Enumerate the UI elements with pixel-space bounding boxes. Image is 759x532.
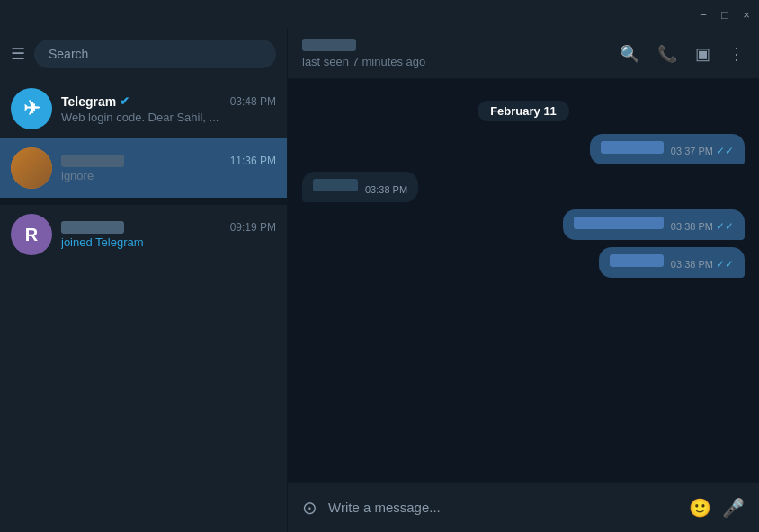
contact-name-blurred: [302, 39, 356, 51]
read-ticks-1: ✓✓: [716, 145, 734, 157]
close-button[interactable]: ×: [741, 9, 752, 20]
chat-preview-r: joined Telegram: [61, 235, 276, 249]
message-incoming-2: 03:38 PM: [302, 172, 745, 202]
date-divider: February 11: [302, 101, 745, 121]
message-input[interactable]: [328, 500, 678, 515]
message-outgoing-1: 03:37 PM ✓✓: [302, 134, 745, 164]
blurred-msg-1: [601, 141, 664, 154]
bubble-content-3: [574, 217, 664, 233]
blurred-contact-name: [61, 221, 124, 234]
title-bar: − □ ×: [0, 0, 759, 29]
chat-preview-telegram: Web login code. Dear Sahil, ...: [61, 111, 276, 124]
bubble-outgoing-4: 03:38 PM ✓✓: [599, 247, 745, 278]
bubble-incoming-2: 03:38 PM: [302, 172, 418, 202]
bubble-content-1: [601, 141, 664, 157]
header-icons: 🔍 📞 ▣ ⋮: [620, 44, 745, 64]
chat-info-r: 09:19 PM joined Telegram: [61, 221, 276, 249]
msg-time-3: 03:38 PM ✓✓: [671, 220, 734, 233]
chat-time-telegram: 03:48 PM: [230, 95, 276, 108]
chat-name-row: Telegram ✔ 03:48 PM: [61, 94, 276, 109]
search-chat-icon[interactable]: 🔍: [620, 44, 639, 64]
bubble-content-4: [610, 254, 664, 270]
mic-icon[interactable]: 🎤: [722, 497, 745, 519]
chat-preview-jasmine: ignore: [61, 169, 276, 182]
verified-badge: ✔: [120, 94, 129, 108]
minimize-button[interactable]: −: [698, 9, 709, 20]
message-outgoing-4: 03:38 PM ✓✓: [302, 247, 745, 278]
sidebar-section-divider: [0, 198, 287, 205]
attach-icon[interactable]: ⊙: [302, 497, 317, 519]
chat-name-row-jasmine: 11:36 PM: [61, 155, 276, 167]
msg-time-1: 03:37 PM ✓✓: [671, 145, 734, 157]
date-badge: February 11: [478, 101, 569, 121]
chat-list: ✈ Telegram ✔ 03:48 PM Web login code. De…: [0, 79, 287, 532]
blurred-msg-3: [574, 217, 664, 229]
menu-icon[interactable]: ☰: [11, 44, 25, 64]
search-input[interactable]: [34, 40, 276, 68]
chat-area: last seen 7 minutes ago 🔍 📞 ▣ ⋮ February…: [288, 29, 759, 532]
msg-time-2: 03:38 PM: [365, 184, 407, 195]
chat-item-jasmine[interactable]: 11:36 PM ignore: [0, 138, 287, 198]
chat-name-r: [61, 221, 124, 234]
avatar-r: R: [11, 214, 52, 255]
chat-name-jasmine: [61, 155, 124, 167]
contact-status: last seen 7 minutes ago: [302, 55, 609, 68]
chat-info-jasmine: 11:36 PM ignore: [61, 155, 276, 182]
layout-icon[interactable]: ▣: [695, 44, 710, 64]
blurred-msg-2: [313, 179, 358, 191]
read-ticks-3: ✓✓: [716, 220, 734, 233]
chat-name-row-r: 09:19 PM: [61, 221, 276, 234]
messages-area: February 11 03:37 PM ✓✓: [288, 79, 759, 482]
chat-header: last seen 7 minutes ago 🔍 📞 ▣ ⋮: [288, 29, 759, 79]
more-options-icon[interactable]: ⋮: [728, 44, 745, 64]
msg-time-4: 03:38 PM ✓✓: [671, 258, 734, 270]
emoji-icon[interactable]: 🙂: [689, 497, 711, 519]
chat-item-r[interactable]: R 09:19 PM joined Telegram: [0, 205, 287, 264]
bubble-content-2: [313, 179, 358, 195]
chat-name-telegram: Telegram ✔: [61, 94, 129, 109]
avatar-telegram: ✈: [11, 88, 52, 129]
sidebar-header: ☰: [0, 29, 287, 79]
chat-info-telegram: Telegram ✔ 03:48 PM Web login code. Dear…: [61, 94, 276, 124]
bubble-outgoing-3: 03:38 PM ✓✓: [563, 209, 745, 240]
bubble-outgoing-1: 03:37 PM ✓✓: [590, 134, 745, 164]
blurred-msg-4: [610, 254, 664, 267]
maximize-button[interactable]: □: [719, 9, 730, 20]
telegram-logo-icon: ✈: [23, 97, 40, 120]
message-outgoing-3: 03:38 PM ✓✓: [302, 209, 745, 240]
avatar-jasmine: [11, 147, 52, 189]
call-icon[interactable]: 📞: [657, 44, 677, 64]
contact-info: last seen 7 minutes ago: [302, 39, 609, 68]
chat-time-r: 09:19 PM: [230, 221, 276, 234]
main-layout: ☰ ✈ Telegram ✔ 03:48 PM Web: [0, 29, 759, 532]
chat-item-telegram[interactable]: ✈ Telegram ✔ 03:48 PM Web login code. De…: [0, 79, 287, 138]
blurred-name-jasmine: [61, 155, 124, 167]
sidebar: ☰ ✈ Telegram ✔ 03:48 PM Web: [0, 29, 288, 532]
input-area: ⊙ 🙂 🎤: [288, 482, 759, 532]
read-ticks-4: ✓✓: [716, 258, 734, 270]
chat-time-jasmine: 11:36 PM: [230, 155, 276, 167]
